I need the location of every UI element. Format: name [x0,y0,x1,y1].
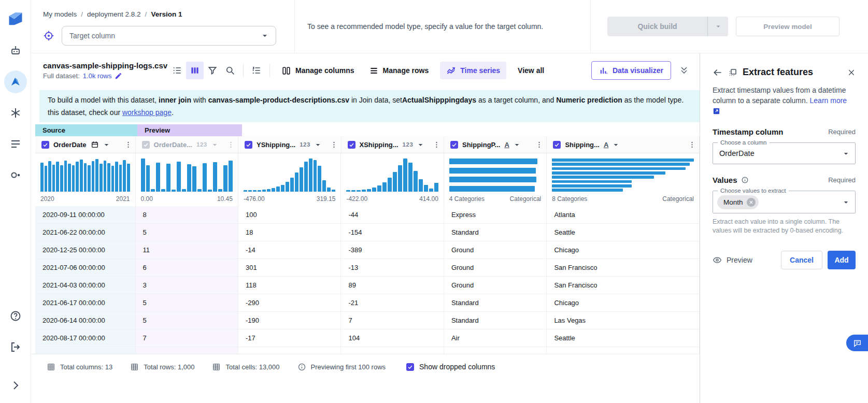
column-checkbox[interactable] [450,141,458,149]
column-header-xshipping[interactable]: XShipping...123 [341,136,444,153]
sidebar-expand-chevron-icon[interactable] [9,379,22,392]
column-name: Shipping... [565,141,599,149]
bot-icon [9,45,22,57]
column-menu-icon[interactable] [330,141,338,149]
time-series-button[interactable]: Time series [440,62,506,79]
values-multiselect[interactable]: Choose values to extract Month [713,191,856,213]
chevron-down-icon [261,32,268,39]
table-cell: 11 [136,241,238,258]
chevron-down-icon[interactable] [417,141,424,148]
chevron-down-icon[interactable] [103,141,110,148]
column-menu-icon[interactable] [433,141,440,149]
numeric-type-icon: 123 [300,141,310,148]
column-menu-icon[interactable] [535,141,543,149]
manage-columns-button[interactable]: Manage columns [281,66,354,76]
sidebar-item-help[interactable] [4,305,27,327]
rows-icon [369,66,379,76]
table-cell [238,347,341,354]
external-link-icon[interactable] [713,107,720,115]
sidebar-item-canvas-models[interactable] [4,70,27,93]
table-row [35,347,700,354]
back-arrow-icon[interactable] [713,67,723,78]
preview-model-button[interactable]: Preview model [736,17,839,36]
table-cell: 5 [136,294,238,311]
list-menu-icon [9,138,22,150]
banner-text: as the model type. [622,96,684,104]
quick-build-button[interactable]: Quick build [607,17,728,36]
table-cell: 2021-07-06 00:00:00 [35,259,136,276]
table-cell: 2021-04-03 00:00:00 [35,277,136,294]
column-menu-icon[interactable] [688,141,696,149]
search-icon[interactable] [221,62,239,79]
column-checkbox[interactable] [348,141,355,149]
sidebar-nav-bottom [4,305,27,358]
column-header-orderdate[interactable]: OrderDate...123 [136,136,238,153]
table-cell: -13 [341,259,444,276]
breadcrumb-deployment[interactable]: deployment 2.8.2 [87,10,141,18]
double-chevron-down-icon[interactable] [679,65,689,76]
column-checkbox[interactable] [41,141,49,149]
column-header-yshipping[interactable]: YShipping...123 [238,136,341,153]
top-bar-actions: Quick build Preview model [591,0,868,53]
column-checkbox[interactable] [553,141,561,149]
sidebar-item-dots[interactable] [4,164,27,186]
table-cell: Chicago [547,241,700,258]
edit-pencil-icon[interactable] [115,72,122,80]
chat-button[interactable] [846,335,868,351]
sidebar-item-bot[interactable] [4,39,27,62]
chevron-down-icon[interactable] [514,141,520,148]
ordered-list-icon[interactable] [248,62,265,79]
chip-remove-icon[interactable] [747,198,756,207]
dataset-name: canvas-sample-shipping-logs.csv [43,61,168,70]
chevron-down-icon[interactable] [211,141,218,148]
banner-line1: To build a model with this dataset, inne… [48,96,684,104]
recommendation-hint: To see a recommended model type, specify… [294,0,591,53]
sidebar-item-list-menu[interactable] [4,133,27,155]
list-view-icon[interactable] [168,62,186,79]
column-checkbox[interactable] [245,141,252,149]
group-header-source: Source [35,124,137,136]
extract-features-panel: Extract features Extract timestamp value… [700,53,868,403]
preview-toggle[interactable]: Preview [713,255,752,265]
column-header-shipping[interactable]: Shipping...A [547,136,700,153]
banner-text: inner join [159,96,191,104]
data-visualizer-button[interactable]: Data visualizer [591,61,671,80]
add-button[interactable]: Add [828,251,856,269]
view-all-button[interactable]: View all [518,66,544,75]
quick-build-dropdown[interactable] [707,17,728,36]
table-cell: Ground [444,259,547,276]
choose-values-label: Choose values to extract [718,188,789,194]
histogram-max-label: Categorical [662,195,694,203]
column-header-shippingp[interactable]: ShippingP...A [444,136,547,153]
info-icon [297,363,306,371]
column-menu-icon[interactable] [124,141,132,149]
target-column-select[interactable]: Target column [62,26,276,46]
grid-view-icon[interactable] [186,62,204,79]
column-checkbox[interactable] [142,141,150,149]
chevron-down-icon[interactable] [315,141,321,148]
column-header-orderdate[interactable]: OrderDate [35,136,136,153]
close-icon[interactable] [847,68,856,77]
panel-header: Extract features [713,67,856,78]
show-dropped-columns-checkbox[interactable] [406,363,414,371]
learn-more-link[interactable]: Learn more [810,96,847,105]
histogram-min-label: 2020 [40,195,54,203]
sidebar-item-spark[interactable] [4,102,27,124]
workshop-page-link[interactable]: workshop page [122,108,172,117]
breadcrumb-my-models[interactable]: My models [43,10,77,18]
histogram-category-bars: 4 CategoriesCategorical [444,153,547,206]
numeric-type-icon: 123 [403,141,414,148]
table-cell: 100 [238,206,341,223]
filter-icon[interactable] [204,62,221,79]
manage-rows-button[interactable]: Manage rows [369,66,429,76]
table-cell: -44 [341,206,444,223]
sidebar-item-sign-out[interactable] [4,336,27,358]
group-header-row: SourcePreview [35,124,700,136]
chevron-down-icon[interactable] [613,141,619,148]
table-cell: -190 [238,312,341,329]
column-menu-icon[interactable] [227,141,235,149]
timestamp-column-select[interactable]: Choose a column OrderDate [713,142,856,164]
text-type-icon: A [604,141,608,149]
cancel-button[interactable]: Cancel [781,251,822,269]
rows-count-link[interactable]: 1.0k rows [83,72,112,80]
